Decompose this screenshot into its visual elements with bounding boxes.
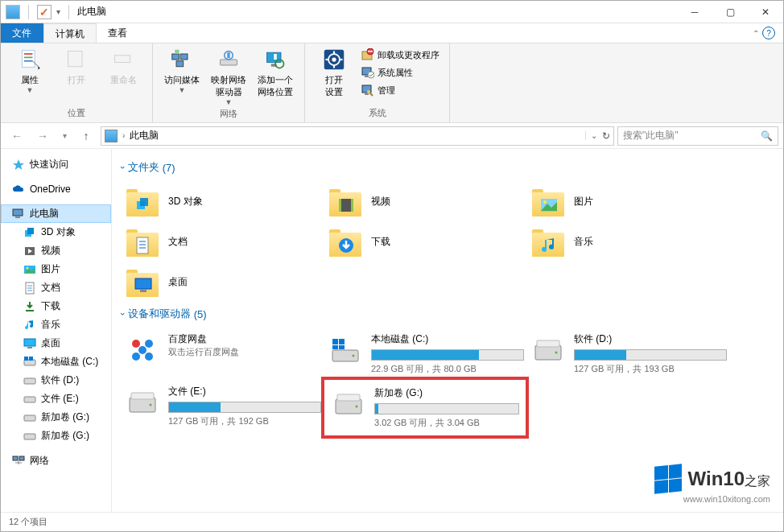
search-input[interactable]: 搜索"此电脑" 🔍: [617, 126, 778, 146]
svg-rect-4: [68, 52, 83, 67]
usage-bar: [168, 402, 321, 413]
sidebar-network[interactable]: 网络: [1, 452, 111, 470]
group-label-location: 位置: [9, 105, 144, 121]
chevron-down-icon: ›: [118, 166, 128, 169]
ribbon-group-location: 属性▼ 打开 重命名 位置: [1, 43, 153, 122]
sidebar-item[interactable]: 文件 (E:): [1, 390, 111, 408]
folder-icon: [125, 266, 160, 297]
item-icon: [23, 300, 36, 313]
open-button[interactable]: 打开: [56, 47, 97, 86]
svg-point-77: [145, 340, 153, 348]
sidebar-item[interactable]: 图片: [1, 260, 111, 278]
open-settings-button[interactable]: 打开 设置: [313, 47, 355, 98]
svg-rect-2: [24, 57, 33, 59]
svg-rect-49: [27, 347, 32, 348]
sidebar-item[interactable]: 音乐: [1, 315, 111, 334]
sidebar-item[interactable]: 桌面: [1, 334, 111, 353]
recent-dropdown[interactable]: ▾: [57, 126, 72, 146]
svg-rect-65: [351, 199, 353, 212]
qat-checkmark-icon[interactable]: ✓: [37, 5, 52, 19]
svg-rect-74: [135, 278, 151, 289]
status-items-count: 12 个项目: [9, 516, 47, 528]
map-drive-button[interactable]: 映射网络 驱动器▼: [208, 47, 250, 106]
svg-point-92: [150, 404, 152, 406]
folder-item[interactable]: 图片: [527, 181, 730, 221]
add-network-location-button[interactable]: 添加一个 网络位置: [254, 47, 296, 98]
sidebar-onedrive[interactable]: OneDrive: [1, 180, 111, 198]
svg-rect-35: [15, 217, 20, 218]
status-bar: 12 个项目: [1, 512, 783, 531]
sidebar-item[interactable]: 视频: [1, 241, 111, 260]
properties-button[interactable]: 属性▼: [9, 47, 51, 94]
drive-icon: [125, 385, 160, 420]
svg-rect-52: [29, 357, 33, 361]
minimize-button[interactable]: ─: [677, 1, 712, 23]
svg-point-41: [27, 266, 29, 269]
svg-rect-6: [172, 54, 179, 60]
watermark: Win10之家 www.win10xitong.com: [654, 465, 770, 504]
address-dropdown[interactable]: ⌄: [585, 131, 597, 140]
refresh-button[interactable]: ↻: [602, 130, 610, 142]
sidebar-item[interactable]: 新加卷 (G:): [1, 427, 111, 445]
folder-item[interactable]: 桌面: [122, 262, 324, 302]
sidebar-item[interactable]: 软件 (D:): [1, 371, 111, 390]
usage-bar: [574, 349, 727, 361]
content-pane: › 文件夹 (7) 3D 对象视频图片文档下载音乐桌面 › 设备和驱动器 (5)…: [112, 149, 783, 512]
folder-icon: [125, 226, 160, 257]
tab-computer[interactable]: 计算机: [43, 23, 97, 43]
svg-rect-16: [274, 54, 277, 60]
svg-point-67: [543, 200, 547, 204]
sidebar-this-pc[interactable]: 此电脑: [1, 204, 111, 223]
add-location-icon: [262, 47, 288, 72]
forward-button[interactable]: →: [31, 126, 54, 146]
usage-bar: [374, 403, 519, 414]
section-drives-header[interactable]: › 设备和驱动器 (5): [122, 307, 774, 321]
drive-item[interactable]: 软件 (D:)127 GB 可用，共 193 GB: [527, 328, 730, 380]
svg-rect-84: [332, 345, 338, 349]
uninstall-button[interactable]: 卸载或更改程序: [360, 47, 441, 63]
svg-point-79: [145, 353, 153, 361]
ribbon-tabs: 文件 计算机 查看 ⌃?: [1, 23, 783, 43]
drive-item[interactable]: 新加卷 (G:)3.02 GB 可用，共 3.04 GB: [321, 377, 529, 439]
sidebar-item[interactable]: 文档: [1, 278, 111, 297]
drive-item[interactable]: 本地磁盘 (C:)22.9 GB 可用，共 80.0 GB: [324, 328, 527, 380]
star-icon: [12, 159, 25, 171]
ribbon-collapse[interactable]: ⌃?: [745, 23, 783, 43]
help-icon[interactable]: ?: [762, 27, 775, 39]
up-button[interactable]: ↑: [75, 126, 97, 146]
folder-item[interactable]: 3D 对象: [122, 181, 324, 221]
group-label-system: 系统: [313, 105, 441, 121]
breadcrumb[interactable]: 此电脑: [130, 129, 159, 142]
folder-icon: [530, 186, 566, 217]
folder-item[interactable]: 下载: [324, 221, 527, 262]
svg-rect-82: [332, 339, 338, 344]
back-button[interactable]: ←: [6, 126, 28, 146]
svg-rect-85: [339, 345, 345, 349]
svg-rect-55: [24, 415, 35, 421]
sidebar-item[interactable]: 本地磁盘 (C:): [1, 353, 111, 371]
close-button[interactable]: ✕: [748, 1, 783, 23]
rename-button[interactable]: 重命名: [102, 47, 144, 86]
folder-item[interactable]: 音乐: [527, 221, 730, 262]
sidebar-quick-access[interactable]: 快速访问: [1, 155, 111, 174]
folder-item[interactable]: 文档: [122, 221, 324, 262]
uninstall-icon: [361, 48, 374, 61]
folder-item[interactable]: 视频: [324, 181, 527, 221]
drive-item[interactable]: 百度网盘双击运行百度网盘: [122, 328, 324, 380]
system-properties-button[interactable]: 系统属性: [360, 64, 441, 80]
drive-item[interactable]: 文件 (E:)127 GB 可用，共 192 GB: [122, 380, 324, 439]
tab-file[interactable]: 文件: [1, 23, 43, 43]
svg-rect-12: [227, 52, 230, 58]
access-media-button[interactable]: 访问媒体▼: [161, 47, 203, 94]
address-bar-row: ← → ▾ ↑ › 此电脑 ⌄↻ 搜索"此电脑" 🔍: [1, 123, 783, 149]
maximize-button[interactable]: ▢: [712, 1, 748, 23]
address-bar[interactable]: › 此电脑 ⌄↻: [101, 126, 614, 146]
tab-view[interactable]: 查看: [97, 23, 139, 43]
manage-button[interactable]: 管理: [360, 82, 441, 98]
sidebar-item[interactable]: 下载: [1, 297, 111, 315]
sidebar-item[interactable]: 新加卷 (G:): [1, 408, 111, 427]
svg-marker-33: [13, 159, 24, 170]
section-folders-header[interactable]: › 文件夹 (7): [122, 160, 774, 175]
sidebar-item[interactable]: 3D 对象: [1, 223, 111, 241]
drive-icon: [331, 386, 366, 422]
